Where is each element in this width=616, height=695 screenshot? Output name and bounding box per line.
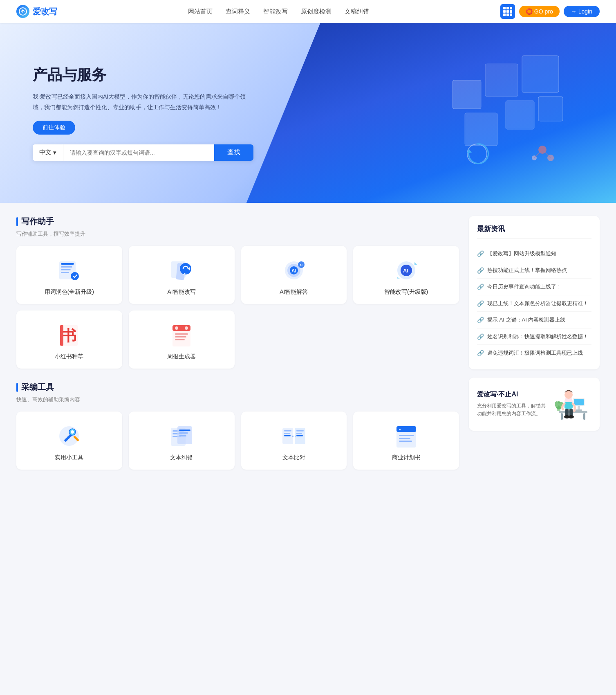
nav-original[interactable]: 原创度检测: [301, 8, 332, 15]
go-pro-label: GO pro: [534, 8, 553, 15]
svg-text:书: 书: [62, 327, 76, 344]
writing-tools-header: 写作助手: [16, 216, 459, 227]
svg-rect-62: [296, 433, 302, 434]
search-input[interactable]: [63, 144, 214, 161]
tool-business-plan[interactable]: 商业计划书: [353, 412, 459, 470]
tool-label-ai-rewrite: AI智能改写: [168, 288, 196, 296]
tool-smart-rewrite[interactable]: AI 智能改写(升级版): [353, 246, 459, 304]
writing-tools-title: 写作助手: [21, 216, 54, 227]
tool-label-text-correct: 文本纠错: [170, 454, 193, 461]
svg-point-12: [467, 144, 487, 164]
link-icon-2: 🔗: [477, 283, 484, 290]
news-panel: 最新资讯 🔗 【爱改写】网站升级模型通知 🔗 热搜功能正式上线！掌握网络热点 🔗…: [469, 216, 600, 369]
tool-utils[interactable]: 实用小工具: [16, 412, 122, 470]
news-text-5: 姓名识别利器：快速提取和解析姓名数据！: [487, 333, 588, 341]
svg-point-43: [185, 326, 188, 330]
svg-rect-76: [576, 409, 582, 411]
login-button[interactable]: → Login: [564, 6, 600, 17]
hero-deco-shapes: [444, 47, 567, 180]
svg-rect-59: [284, 433, 290, 434]
svg-rect-72: [583, 413, 585, 420]
language-selector[interactable]: 中文 ▾: [33, 144, 63, 161]
tool-icon-yongci: [56, 257, 82, 283]
section-bar: [16, 217, 18, 226]
svg-point-46: [71, 430, 74, 434]
svg-rect-18: [61, 272, 69, 273]
tool-icon-text-compare: [281, 423, 307, 449]
news-item-4[interactable]: 🔗 揭示 AI 之谜：AI 内容检测器上线: [477, 312, 591, 328]
news-text-2: 今日历史事件查询功能上线了！: [487, 283, 562, 291]
svg-rect-66: [399, 435, 414, 436]
try-button[interactable]: 前往体验: [33, 121, 75, 135]
promo-text: 爱改写·不止AI 充分利用爱改写的工具，解锁其功能并利用您的内容工作流。: [477, 390, 548, 418]
svg-rect-2: [485, 64, 518, 97]
news-text-1: 热搜功能正式上线！掌握网络热点: [487, 266, 567, 274]
link-icon-4: 🔗: [477, 317, 484, 323]
logo-icon: [16, 5, 29, 18]
hero-title: 产品与服务: [33, 65, 253, 85]
editor-tools-header: 采编工具: [16, 382, 459, 393]
login-icon: →: [571, 8, 577, 15]
tool-yongci[interactable]: 用词润色(全新升级): [16, 246, 122, 304]
tool-icon-business-plan: [393, 423, 419, 449]
tool-xiaohongshu[interactable]: 书 小红书种草: [16, 310, 122, 369]
go-pro-button[interactable]: ⭕ GO pro: [519, 6, 560, 17]
tool-text-correct[interactable]: 文本纠错: [129, 412, 235, 470]
news-text-3: 现已上线！文本颜色分析器让提取更精准！: [487, 299, 588, 308]
svg-rect-6: [538, 97, 563, 121]
svg-rect-58: [284, 430, 291, 432]
svg-rect-55: [179, 435, 186, 436]
nav-rewrite[interactable]: 智能改写: [263, 8, 288, 15]
tool-weekly-report[interactable]: 周报生成器: [129, 310, 235, 369]
main-nav: 网站首页 查词释义 智能改写 原创度检测 文稿纠错: [188, 8, 369, 16]
link-icon-1: 🔗: [477, 267, 484, 274]
tool-label-weekly-report: 周报生成器: [167, 353, 196, 360]
news-item-0[interactable]: 🔗 【爱改写】网站升级模型通知: [477, 245, 591, 262]
news-item-3[interactable]: 🔗 现已上线！文本颜色分析器让提取更精准！: [477, 295, 591, 312]
svg-rect-67: [399, 438, 410, 439]
tool-label-business-plan: 商业计划书: [392, 454, 421, 461]
news-item-2[interactable]: 🔗 今日历史事件查询功能上线了！: [477, 279, 591, 295]
tool-icon-xiaohongshu: 书: [56, 322, 82, 348]
news-item-6[interactable]: 🔗 避免违规词汇！极限词检测工具现已上线: [477, 345, 591, 361]
svg-rect-75: [578, 406, 580, 409]
news-item-5[interactable]: 🔗 姓名识别利器：快速提取和解析姓名数据！: [477, 328, 591, 345]
tool-label-yongci: 用词润色(全新升级): [45, 288, 94, 296]
link-icon-5: 🔗: [477, 333, 484, 340]
section-bar-editor: [16, 383, 18, 392]
svg-rect-3: [522, 56, 559, 92]
nav-proofread[interactable]: 文稿纠错: [345, 8, 369, 15]
navbar-actions: ⭕ GO pro → Login: [500, 4, 600, 19]
main-content: 写作助手 写作辅助工具，撰写效率提升 用词润色(全新升级): [0, 203, 616, 496]
svg-rect-40: [175, 336, 186, 337]
svg-rect-16: [61, 266, 72, 268]
chevron-down-icon: ▾: [53, 149, 56, 156]
svg-rect-63: [296, 435, 303, 436]
editor-tools-title: 采编工具: [21, 382, 54, 393]
tool-ai-answer[interactable]: AI AI AI智能解答: [241, 246, 347, 304]
svg-rect-68: [399, 441, 412, 442]
tool-text-compare[interactable]: 文本比对: [241, 412, 347, 470]
news-panel-title: 最新资讯: [477, 224, 591, 239]
navbar: 爱改写 网站首页 查词释义 智能改写 原创度检测 文稿纠错 ⭕ GO pro →…: [0, 0, 616, 23]
apps-button[interactable]: [500, 4, 515, 19]
tool-icon-ai-answer: AI AI: [281, 257, 307, 283]
tool-ai-rewrite[interactable]: AI AI智能改写: [129, 246, 235, 304]
nav-dict[interactable]: 查词释义: [226, 8, 250, 15]
svg-text:AI: AI: [183, 272, 186, 276]
search-button[interactable]: 查找: [214, 144, 253, 161]
nav-home[interactable]: 网站首页: [188, 8, 213, 15]
promo-card: 爱改写·不止AI 充分利用爱改写的工具，解锁其功能并利用您的内容工作流。: [469, 378, 600, 431]
svg-rect-70: [559, 411, 587, 413]
lang-label: 中文: [39, 148, 52, 156]
tool-icon-text-correct: [168, 423, 195, 449]
tool-icon-ai-rewrite: AI: [168, 257, 195, 283]
svg-line-11: [534, 150, 542, 158]
logo[interactable]: 爱改写: [16, 5, 57, 18]
news-item-1[interactable]: 🔗 热搜功能正式上线！掌握网络热点: [477, 262, 591, 279]
svg-rect-15: [61, 263, 74, 265]
svg-point-79: [555, 401, 559, 407]
editor-tools-sub: 快速、高效的辅助采编内容: [16, 396, 459, 403]
hero-content: 产品与服务 我·爱改写已经全面接入国内AI大模型，作为你的智能伙伴，无论您的需求…: [0, 65, 286, 160]
link-icon-3: 🔗: [477, 300, 484, 307]
